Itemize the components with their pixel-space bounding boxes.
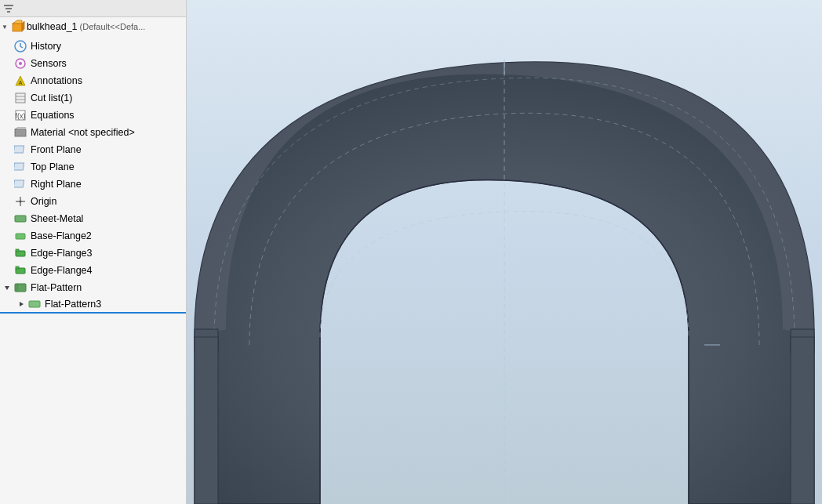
root-node-detail: (Default<<Defa... <box>80 22 146 31</box>
tree-item-edgeflange3[interactable]: Edge-Flange3 <box>0 245 186 262</box>
tree-item-topplane[interactable]: Top Plane <box>0 158 186 176</box>
annotations-icon: A <box>14 74 28 88</box>
svg-rect-11 <box>16 93 25 103</box>
svg-rect-3 <box>13 24 22 31</box>
tree-item-material[interactable]: Material <not specified> <box>0 124 186 141</box>
flatpattern-arrow[interactable] <box>3 284 14 292</box>
svg-rect-19 <box>14 146 24 153</box>
flatpattern3-arrow[interactable] <box>17 300 28 308</box>
frontplane-icon <box>14 143 28 157</box>
svg-rect-32 <box>15 284 26 292</box>
rightplane-icon <box>14 177 28 191</box>
tree-item-flatpattern3[interactable]: Flat-Pattern3 <box>0 296 186 314</box>
origin-icon <box>14 194 28 208</box>
sensors-label: Sensors <box>31 58 67 69</box>
filter-icon-bar[interactable] <box>3 3 14 14</box>
tree-item-annotations[interactable]: AAnnotations <box>0 72 186 89</box>
3d-viewport[interactable] <box>187 0 822 504</box>
edgeflange4-icon <box>14 263 28 277</box>
svg-rect-20 <box>14 163 24 170</box>
svg-marker-31 <box>5 286 9 290</box>
edgeflange3-icon <box>14 246 28 260</box>
flatpattern3-label: Flat-Pattern3 <box>45 299 101 310</box>
sensors-icon <box>14 56 28 71</box>
tree-item-history[interactable]: History <box>0 38 186 55</box>
topplane-icon <box>14 160 28 174</box>
topplane-label: Top Plane <box>31 161 75 172</box>
svg-rect-26 <box>16 234 25 239</box>
3d-model-svg <box>187 0 822 504</box>
sidebar-header <box>0 0 186 17</box>
annotations-label: Annotations <box>31 75 82 86</box>
root-part-icon <box>9 18 27 35</box>
svg-rect-25 <box>15 216 26 222</box>
frontplane-label: Front Plane <box>31 144 82 155</box>
svg-text:A: A <box>19 80 23 85</box>
root-node-label: bulkhead_1 <box>27 21 78 32</box>
svg-rect-21 <box>14 180 24 187</box>
tree-item-frontplane[interactable]: Front Plane <box>0 141 186 158</box>
svg-rect-30 <box>16 267 19 269</box>
origin-label: Origin <box>31 196 56 207</box>
sheetmetal-icon <box>14 212 28 226</box>
history-icon <box>14 39 28 53</box>
feature-tree: HistorySensorsAAnnotationsCut list(1)f(x… <box>0 36 186 504</box>
tree-item-origin[interactable]: Origin <box>0 193 186 210</box>
tree-item-sheetmetal[interactable]: Sheet-Metal <box>0 210 186 227</box>
material-label: Material <not specified> <box>31 127 135 138</box>
baseflange2-label: Base-Flange2 <box>31 230 92 241</box>
cutlist-icon <box>14 91 28 105</box>
material-icon <box>14 125 28 140</box>
tree-item-flatpattern[interactable]: Flat-Pattern <box>0 279 186 296</box>
root-tree-node[interactable]: bulkhead_1 (Default<<Defa... <box>0 17 186 36</box>
cutlist-label: Cut list(1) <box>31 92 72 103</box>
svg-point-8 <box>19 62 22 65</box>
baseflange2-icon <box>14 229 28 243</box>
filter-icon[interactable] <box>3 3 14 14</box>
root-expand-arrow[interactable] <box>2 24 8 31</box>
sheetmetal-label: Sheet-Metal <box>31 213 83 224</box>
svg-marker-4 <box>13 20 22 24</box>
rightplane-label: Right Plane <box>31 179 82 190</box>
edgeflange3-label: Edge-Flange3 <box>31 248 93 259</box>
equations-label: Equations <box>31 110 75 121</box>
equations-icon: f(x) <box>14 108 28 122</box>
flatpattern-label: Flat-Pattern <box>31 282 82 293</box>
svg-marker-34 <box>20 302 24 306</box>
tree-item-equations[interactable]: f(x)Equations <box>0 107 186 124</box>
svg-rect-42 <box>791 337 814 504</box>
edgeflange4-label: Edge-Flange4 <box>31 265 93 276</box>
svg-rect-16 <box>15 129 26 136</box>
tree-item-cutlist[interactable]: Cut list(1) <box>0 89 186 107</box>
svg-rect-28 <box>16 249 19 252</box>
tree-item-sensors[interactable]: Sensors <box>0 55 186 72</box>
svg-rect-41 <box>195 337 218 504</box>
svg-rect-35 <box>29 301 40 307</box>
svg-marker-5 <box>22 21 24 31</box>
tree-item-rightplane[interactable]: Right Plane <box>0 176 186 193</box>
flatpattern-icon <box>14 281 28 295</box>
svg-text:f(x): f(x) <box>16 112 26 120</box>
tree-item-baseflange2[interactable]: Base-Flange2 <box>0 227 186 245</box>
svg-point-24 <box>20 201 22 203</box>
tree-item-edgeflange4[interactable]: Edge-Flange4 <box>0 262 186 279</box>
flatpattern3-icon <box>28 297 42 311</box>
history-label: History <box>31 41 61 52</box>
feature-tree-sidebar: bulkhead_1 (Default<<Defa... HistorySens… <box>0 0 187 504</box>
